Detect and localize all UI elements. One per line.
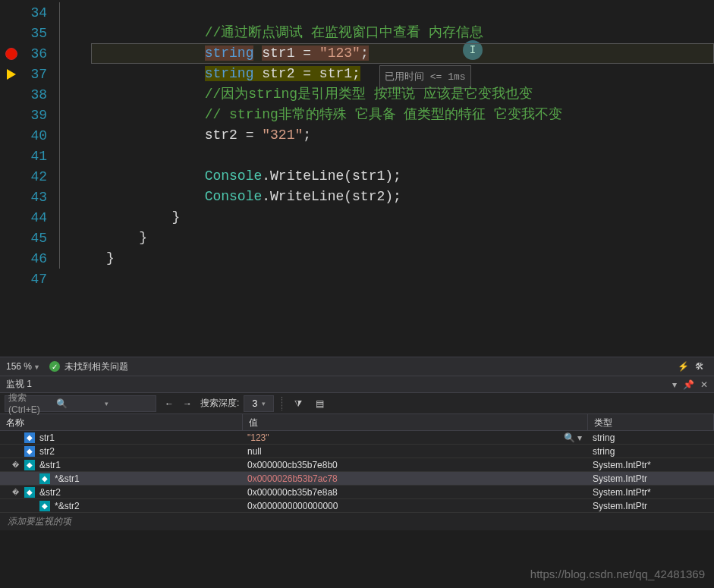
editor-status-bar: 156 %▼ ✓ 未找到相关问题 ⚡ 🛠: [0, 357, 714, 376]
line-number: 38: [23, 87, 53, 102]
expander-icon[interactable]: �: [12, 461, 20, 469]
watch-panel-title-bar: 监视 1 ▾ 📌 ✕: [0, 376, 714, 393]
dropdown-icon[interactable]: ▾: [672, 379, 677, 390]
watch-row[interactable]: ◆*&str20x0000000000000000System.IntPtr: [0, 499, 714, 513]
col-value[interactable]: 值: [243, 414, 588, 430]
search-depth-select[interactable]: 3▾: [244, 395, 274, 412]
line-number: 45: [23, 231, 53, 246]
visualizer-icon[interactable]: 🔍 ▾: [564, 432, 582, 443]
zoom-level[interactable]: 156 %▼: [6, 361, 40, 372]
watch-var-name: &str2: [39, 487, 61, 498]
watch-header-row: 名称 值 类型: [0, 414, 714, 431]
watch-row[interactable]: � ◆&str10x000000cb35b7e8b0System.IntPtr*: [0, 458, 714, 472]
fold-guide: [53, 23, 76, 43]
watch-var-type: System.IntPtr*: [588, 487, 714, 498]
code-line[interactable]: Console.WriteLine(str2);: [91, 187, 714, 207]
breakpoint-icon[interactable]: [5, 48, 17, 60]
code-lines[interactable]: I //通过断点调试 在监视窗口中查看 内存信息 string str1 = "…: [91, 0, 714, 357]
col-name[interactable]: 名称: [0, 414, 243, 430]
fold-guide: [53, 187, 76, 207]
watch-var-type: System.IntPtr: [588, 473, 714, 484]
fold-guide: [53, 64, 76, 84]
line-number: 43: [23, 190, 53, 205]
watch-var-value: "123": [247, 432, 269, 443]
no-issues-label: 未找到相关问题: [64, 360, 128, 373]
code-line[interactable]: string str1 = "123";: [91, 43, 714, 64]
watch-var-type: System.IntPtr: [588, 501, 714, 511]
variable-icon: ◆: [39, 501, 50, 511]
status-ok-icon: ✓: [49, 361, 60, 372]
fold-guide: [53, 228, 76, 248]
expander-icon[interactable]: �: [12, 489, 20, 496]
line-number: 46: [23, 251, 53, 266]
line-number: 34: [23, 5, 53, 20]
fold-guide: [53, 125, 76, 146]
watch-var-name: &str1: [39, 460, 61, 470]
fold-guide: [53, 146, 76, 166]
nav-next-icon[interactable]: →: [179, 395, 196, 412]
line-number: 35: [23, 26, 53, 41]
code-line[interactable]: [91, 146, 714, 166]
watch-row[interactable]: � ◆&str20x000000cb35b7e8a8System.IntPtr*: [0, 486, 714, 499]
lightning-icon[interactable]: ⚡: [675, 358, 691, 375]
watch-var-type: string: [588, 432, 714, 443]
variable-icon: ◆: [24, 487, 35, 498]
filter-icon[interactable]: ⧩: [290, 395, 307, 412]
watch-var-type: string: [588, 446, 714, 457]
variable-icon: ◆: [39, 473, 50, 484]
current-line-arrow-icon: [7, 69, 16, 80]
watch-row[interactable]: ◆*&str10x0000026b53b7ac78System.IntPtr: [0, 472, 714, 486]
watermark: https://blog.csdn.net/qq_42481369: [530, 568, 705, 580]
watch-var-value: 0x000000cb35b7e8b0: [247, 460, 338, 470]
code-line[interactable]: }: [91, 228, 714, 248]
code-line[interactable]: //通过断点调试 在监视窗口中查看 内存信息: [91, 23, 714, 43]
line-number: 42: [23, 169, 53, 184]
pin-icon[interactable]: 📌: [683, 379, 694, 390]
line-number: 39: [23, 108, 53, 123]
watch-var-name: *&str1: [55, 473, 80, 484]
code-line[interactable]: str2 = "321";: [91, 125, 714, 146]
watch-toolbar: 搜索(Ctrl+E) 🔍 ▾ ← → 搜索深度: 3▾ ⧩ ▤: [0, 393, 714, 414]
watch-var-value: 0x0000000000000000: [247, 501, 338, 511]
code-line[interactable]: [91, 2, 714, 23]
watch-row[interactable]: ◆str1"123"🔍 ▾string: [0, 431, 714, 445]
col-type[interactable]: 类型: [588, 414, 714, 430]
columns-icon[interactable]: ▤: [311, 395, 328, 412]
watch-var-value: null: [247, 446, 262, 457]
watch-var-value: 0x0000026b53b7ac78: [247, 473, 338, 484]
fold-guide: [53, 2, 76, 23]
fold-guide: [53, 269, 76, 289]
variable-icon: ◆: [24, 460, 35, 470]
fold-guide: [53, 166, 76, 187]
close-icon[interactable]: ✕: [700, 379, 708, 390]
search-icon: 🔍: [56, 398, 104, 409]
fold-guide: [53, 43, 76, 64]
watch-grid[interactable]: 名称 值 类型 ◆str1"123"🔍 ▾string◆str2nullstri…: [0, 414, 714, 530]
fold-guide: [53, 248, 76, 269]
nav-prev-icon[interactable]: ←: [161, 395, 178, 412]
watch-row[interactable]: ◆str2nullstring: [0, 445, 714, 458]
screwdriver-icon[interactable]: 🛠: [691, 358, 708, 375]
fold-guide: [53, 105, 76, 125]
line-number: 47: [23, 272, 53, 287]
code-line[interactable]: [91, 269, 714, 289]
watch-var-name: str1: [39, 432, 55, 443]
code-line[interactable]: Console.WriteLine(str1);: [91, 166, 714, 187]
code-line[interactable]: }: [91, 207, 714, 228]
code-line[interactable]: }: [91, 248, 714, 269]
watch-panel-title: 监视 1: [6, 378, 32, 391]
line-number: 37: [23, 67, 53, 82]
watch-search-input[interactable]: 搜索(Ctrl+E) 🔍 ▾: [5, 395, 156, 412]
add-watch-placeholder[interactable]: 添加要监视的项: [0, 513, 714, 530]
gutter: 3435363738394041424344454647: [0, 0, 91, 357]
search-depth-label: 搜索深度:: [200, 397, 239, 410]
line-number: 41: [23, 149, 53, 164]
watch-var-name: str2: [39, 446, 55, 457]
fold-guide: [53, 207, 76, 228]
code-editor[interactable]: 3435363738394041424344454647 I //通过断点调试 …: [0, 0, 714, 357]
code-line[interactable]: // string非常的特殊 它具备 值类型的特征 它变我不变: [91, 105, 714, 125]
watch-var-value: 0x000000cb35b7e8a8: [247, 487, 338, 498]
fold-guide: [53, 84, 76, 105]
code-line[interactable]: string str2 = str1;已用时间 <= 1ms: [91, 64, 714, 84]
code-line[interactable]: //因为string是引用类型 按理说 应该是它变我也变: [91, 84, 714, 105]
